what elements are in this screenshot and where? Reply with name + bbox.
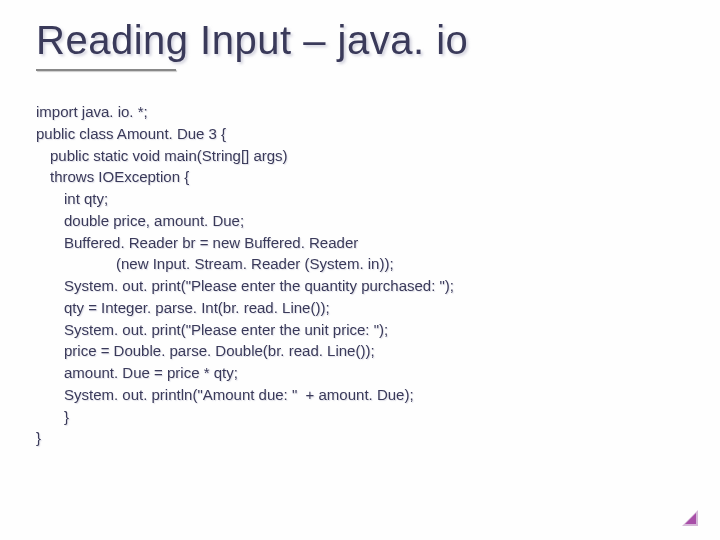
code-line: }	[36, 427, 684, 449]
code-block: import java. io. *; public class Amount.…	[36, 101, 684, 449]
code-line: public class Amount. Due 3 {	[36, 123, 684, 145]
code-line: System. out. print("Please enter the uni…	[36, 319, 684, 341]
code-line: public static void main(String[] args)	[36, 145, 684, 167]
code-line: throws IOException {	[36, 166, 684, 188]
code-line: double price, amount. Due;	[36, 210, 684, 232]
title-underline	[36, 69, 176, 71]
code-line: import java. io. *;	[36, 101, 684, 123]
slide-container: Reading Input – java. io import java. io…	[0, 0, 720, 540]
code-line: System. out. print("Please enter the qua…	[36, 275, 684, 297]
code-line: Buffered. Reader br = new Buffered. Read…	[36, 232, 684, 254]
code-line: qty = Integer. parse. Int(br. read. Line…	[36, 297, 684, 319]
corner-fold-icon	[680, 508, 698, 526]
slide-title: Reading Input – java. io	[36, 18, 684, 63]
code-line: amount. Due = price * qty;	[36, 362, 684, 384]
code-line: System. out. println("Amount due: " + am…	[36, 384, 684, 406]
code-line: }	[36, 406, 684, 428]
code-line: int qty;	[36, 188, 684, 210]
code-line: price = Double. parse. Double(br. read. …	[36, 340, 684, 362]
code-line: (new Input. Stream. Reader (System. in))…	[36, 253, 684, 275]
